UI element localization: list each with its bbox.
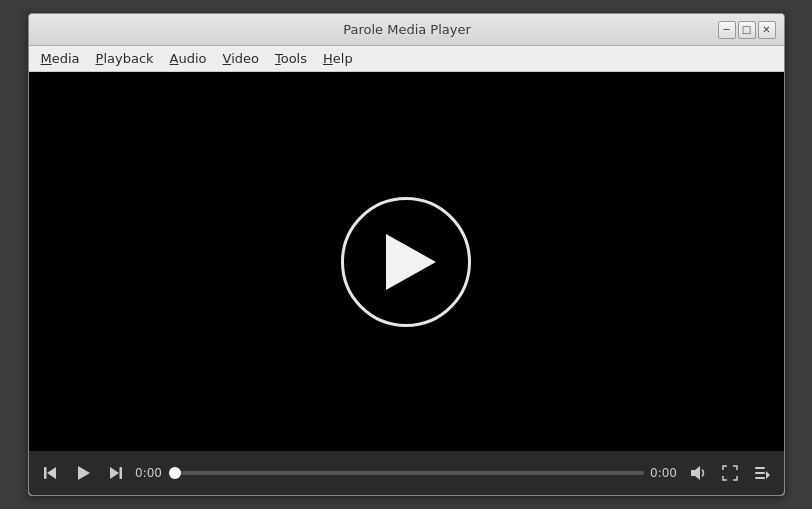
svg-marker-4: [110, 467, 119, 479]
volume-button[interactable]: [684, 459, 712, 487]
current-time: 0:00: [133, 466, 165, 480]
window-controls: ─ □ ✕: [718, 21, 776, 39]
next-icon: [107, 465, 123, 481]
controls-bar: 0:00 0:00: [29, 451, 784, 495]
svg-rect-3: [119, 467, 122, 479]
progress-thumb: [169, 467, 181, 479]
svg-marker-1: [47, 467, 56, 479]
next-button[interactable]: [101, 459, 129, 487]
play-button[interactable]: [69, 459, 97, 487]
window-title: Parole Media Player: [97, 22, 718, 37]
close-icon: ✕: [762, 24, 770, 35]
fullscreen-icon: [722, 465, 738, 481]
main-window: Parole Media Player ─ □ ✕ Media Playback…: [28, 13, 785, 496]
menu-media[interactable]: Media: [33, 48, 88, 69]
menu-video[interactable]: Video: [215, 48, 267, 69]
fullscreen-button[interactable]: [716, 459, 744, 487]
minimize-icon: ─: [723, 24, 729, 35]
video-area: [29, 72, 784, 451]
close-button[interactable]: ✕: [758, 21, 776, 39]
playlist-button[interactable]: [748, 459, 776, 487]
svg-marker-9: [766, 471, 770, 479]
maximize-button[interactable]: □: [738, 21, 756, 39]
minimize-button[interactable]: ─: [718, 21, 736, 39]
menu-playback[interactable]: Playback: [88, 48, 162, 69]
svg-marker-5: [691, 466, 700, 480]
previous-button[interactable]: [37, 459, 65, 487]
progress-track: [169, 471, 644, 475]
title-bar: Parole Media Player ─ □ ✕: [29, 14, 784, 46]
maximize-icon: □: [742, 24, 751, 35]
playlist-icon: [754, 465, 770, 481]
center-play-button[interactable]: [341, 197, 471, 327]
menu-audio[interactable]: Audio: [162, 48, 215, 69]
svg-marker-2: [78, 466, 90, 480]
menubar: Media Playback Audio Video Tools Help: [29, 46, 784, 72]
svg-rect-8: [755, 477, 765, 479]
svg-rect-0: [44, 467, 47, 479]
svg-rect-6: [755, 467, 765, 469]
play-icon: [75, 465, 91, 481]
play-triangle-icon: [386, 234, 436, 290]
progress-bar[interactable]: [169, 465, 644, 481]
svg-rect-7: [755, 472, 765, 474]
volume-icon: [689, 464, 707, 482]
menu-help[interactable]: Help: [315, 48, 361, 69]
total-time: 0:00: [648, 466, 680, 480]
menu-tools[interactable]: Tools: [267, 48, 315, 69]
previous-icon: [43, 465, 59, 481]
